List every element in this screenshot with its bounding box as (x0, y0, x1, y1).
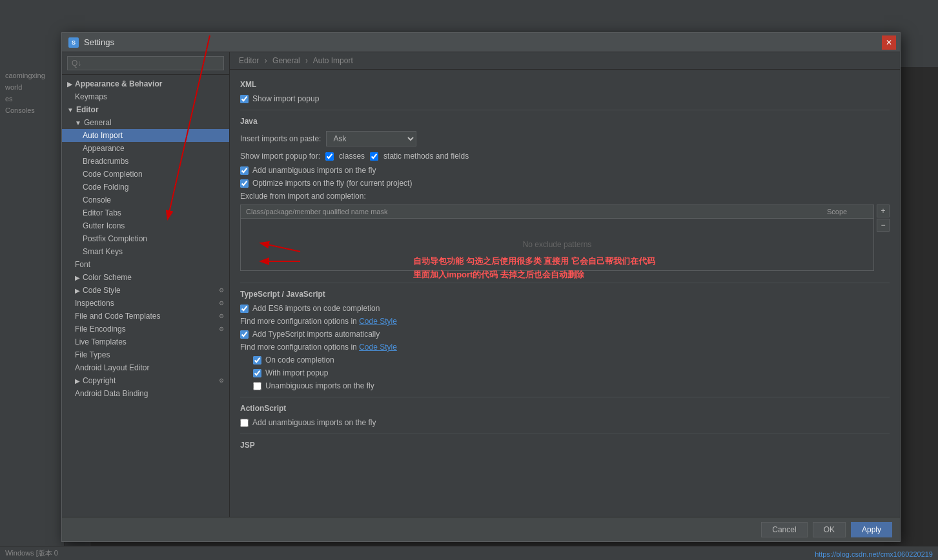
section-actionscript: ActionScript (240, 404, 890, 413)
tree-label-postfix-completion: Postfix Completion (83, 234, 147, 243)
tree-item-smart-keys[interactable]: Smart Keys (62, 245, 229, 258)
section-java: Java (240, 117, 890, 126)
tree-item-inspections[interactable]: Inspections ⚙ (62, 297, 229, 310)
sidebar-item-world[interactable]: world (0, 81, 64, 93)
tree-label-appearance-behavior: Appearance & Behavior (75, 79, 162, 88)
ts-on-code-completion-row: On code completion (240, 355, 890, 365)
tree-label-android-layout-editor: Android Layout Editor (75, 363, 149, 372)
ts-add-es6-checkbox[interactable] (240, 305, 249, 313)
tree-arrow-appearance-behavior: ▶ (67, 81, 72, 88)
dialog-footer: Cancel OK Apply (62, 517, 900, 541)
tree-label-file-code-templates: File and Code Templates (75, 312, 161, 321)
tree-item-android-data-binding[interactable]: Android Data Binding (62, 387, 229, 400)
tree-item-copyright[interactable]: ▶ Copyright ⚙ (62, 374, 229, 387)
tree-item-appearance-behavior[interactable]: ▶ Appearance & Behavior (62, 77, 229, 90)
status-bar: Windows [版本 0 https://blog.csdn.net/cmx1… (0, 546, 938, 560)
tree-item-file-types[interactable]: File Types (62, 348, 229, 361)
tree-label-keymaps: Keymaps (75, 92, 107, 101)
ts-add-typescript-row: Add TypeScript imports automatically (240, 330, 890, 339)
tree-item-code-folding[interactable]: Code Folding (62, 181, 229, 194)
tree-item-code-style[interactable]: ▶ Code Style ⚙ (62, 284, 229, 297)
apply-button[interactable]: Apply (851, 522, 892, 537)
ts-find-more-1-text: Find more configuration options in (240, 317, 357, 326)
table-col-scope: Scope (822, 205, 873, 218)
tree-item-gutter-icons[interactable]: Gutter Icons (62, 219, 229, 232)
tree-label-console: Console (83, 195, 111, 205)
tree-badge-file-code-templates: ⚙ (219, 313, 224, 319)
ts-code-style-link-2[interactable]: Code Style (359, 343, 397, 352)
ok-button[interactable]: OK (813, 522, 846, 537)
as-add-unambiguous-checkbox[interactable] (240, 419, 249, 427)
xml-show-import-popup-checkbox[interactable] (240, 95, 249, 103)
optimize-imports-row: Optimize imports on the fly (for current… (240, 179, 890, 188)
tree-item-font[interactable]: Font (62, 258, 229, 271)
table-actions: + − (877, 205, 890, 232)
tree-arrow-copyright: ▶ (75, 377, 80, 385)
show-classes-checkbox[interactable] (325, 152, 334, 161)
sidebar-item-consoles[interactable]: Consoles (0, 105, 64, 116)
add-unambiguous-checkbox[interactable] (240, 166, 249, 175)
search-box (62, 52, 229, 75)
breadcrumb-bar: Editor › General › Auto Import (230, 52, 900, 70)
tree-item-file-encodings[interactable]: File Encodings ⚙ (62, 323, 229, 335)
show-static-checkbox[interactable] (370, 152, 378, 161)
dialog-title: Settings (84, 37, 114, 47)
tree-item-editor-tabs[interactable]: Editor Tabs (62, 206, 229, 219)
sidebar-item-es[interactable]: es (0, 93, 64, 105)
tree-label-copyright: Copyright (83, 376, 116, 385)
tree-label-code-style: Code Style (83, 286, 121, 295)
ts-add-es6-row: Add ES6 imports on code completion (240, 304, 890, 313)
tree-item-live-templates[interactable]: Live Templates (62, 335, 229, 348)
ts-with-import-popup-checkbox[interactable] (253, 369, 261, 377)
ts-unambiguous-checkbox[interactable] (253, 382, 261, 390)
content-panel: Editor › General › Auto Import XML Show … (230, 52, 900, 517)
insert-imports-select[interactable]: Ask Always Never (326, 131, 416, 146)
tree-item-auto-import[interactable]: Auto Import (62, 129, 229, 142)
cancel-button[interactable]: Cancel (761, 522, 807, 537)
tree-item-editor[interactable]: ▼ Editor (62, 103, 229, 116)
tree-item-console[interactable]: Console (62, 194, 229, 206)
tree-item-postfix-completion[interactable]: Postfix Completion (62, 232, 229, 245)
tree-item-android-layout-editor[interactable]: Android Layout Editor (62, 361, 229, 374)
divider-1 (240, 110, 890, 110)
divider-3 (240, 397, 890, 397)
tree-item-appearance[interactable]: Appearance (62, 142, 229, 155)
dialog-body: ▶ Appearance & Behavior Keymaps ▼ Editor… (62, 52, 900, 517)
tree-item-color-scheme[interactable]: ▶ Color Scheme (62, 271, 229, 284)
show-classes-label: classes (339, 152, 365, 161)
tree-label-file-encodings: File Encodings (75, 325, 126, 334)
ts-add-typescript-checkbox[interactable] (240, 330, 249, 339)
table-remove-btn[interactable]: − (877, 219, 890, 232)
ts-find-more-1-row: Find more configuration options in Code … (240, 317, 890, 326)
show-import-popup-for-label: Show import popup for: (240, 152, 320, 161)
divider-2 (240, 283, 890, 283)
tree-item-file-code-templates[interactable]: File and Code Templates ⚙ (62, 310, 229, 323)
ts-with-import-popup-label: With import popup (265, 368, 328, 377)
tree-label-appearance: Appearance (83, 144, 125, 153)
breadcrumb-editor: Editor (239, 56, 259, 65)
optimize-imports-checkbox[interactable] (240, 179, 249, 188)
tree-badge-inspections: ⚙ (219, 300, 224, 306)
tree-item-keymaps[interactable]: Keymaps (62, 90, 229, 103)
ts-code-style-link-1[interactable]: Code Style (359, 317, 397, 326)
section-xml: XML (240, 80, 890, 89)
tree-item-breadcrumbs[interactable]: Breadcrumbs (62, 155, 229, 168)
tree-label-editor: Editor (76, 105, 99, 114)
show-import-popup-for-row: Show import popup for: classes static me… (240, 152, 890, 161)
table-add-btn[interactable]: + (877, 205, 890, 217)
settings-icon: S (68, 37, 79, 48)
tree-arrow-color-scheme: ▶ (75, 274, 80, 281)
insert-imports-label: Insert imports on paste: (240, 134, 321, 143)
as-add-unambiguous-row: Add unambiguous imports on the fly (240, 418, 890, 427)
ts-on-code-completion-checkbox[interactable] (253, 356, 261, 365)
tree-label-live-templates: Live Templates (75, 337, 127, 346)
tree-item-code-completion[interactable]: Code Completion (62, 168, 229, 181)
tree-item-general[interactable]: ▼ General (62, 116, 229, 129)
settings-search-input[interactable] (67, 56, 224, 70)
tree-label-font: Font (75, 260, 90, 269)
url-bar: https://blog.csdn.net/cmx1060220219 (810, 548, 938, 560)
dialog-close-button[interactable]: ✕ (882, 35, 896, 50)
sidebar-item-caomingxing[interactable]: caomingxing (0, 70, 64, 81)
section-typescript: TypeScript / JavaScript (240, 290, 890, 299)
dialog-title-bar: S Settings ✕ (62, 33, 900, 52)
